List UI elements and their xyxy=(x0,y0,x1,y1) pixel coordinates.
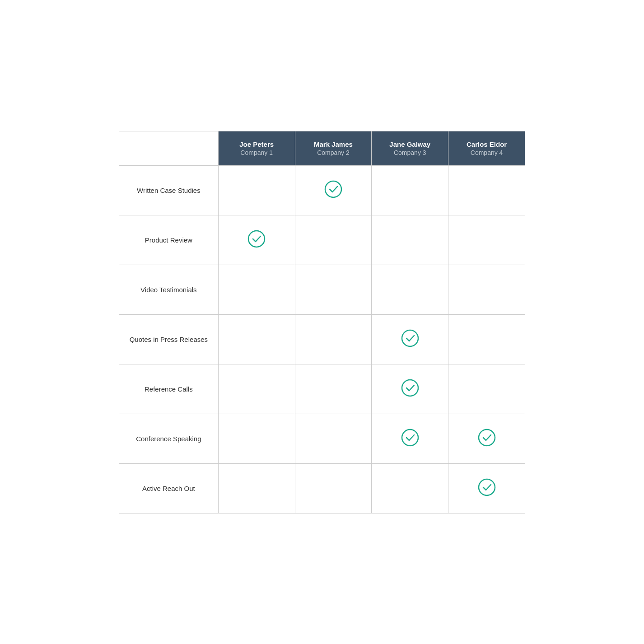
col-person-name: Carlos Eldor xyxy=(456,140,518,148)
table-row: Conference Speaking xyxy=(119,414,525,463)
data-cell-row6-col3 xyxy=(448,463,525,513)
data-cell-row4-col3 xyxy=(448,364,525,414)
data-cell-row0-col1 xyxy=(295,165,372,215)
table-header-row: Joe Peters Company 1 Mark James Company … xyxy=(119,131,525,165)
advocacy-table: Joe Peters Company 1 Mark James Company … xyxy=(119,131,525,513)
data-cell-row5-col1 xyxy=(295,414,372,463)
data-cell-row6-col1 xyxy=(295,463,372,513)
data-cell-row0-col2 xyxy=(372,165,448,215)
row-label-6: Active Reach Out xyxy=(119,463,219,513)
data-cell-row5-col3 xyxy=(448,414,525,463)
data-cell-row1-col0 xyxy=(218,215,295,265)
row-label-2: Video Testimonials xyxy=(119,265,219,314)
svg-point-6 xyxy=(479,479,495,495)
data-cell-row6-col0 xyxy=(218,463,295,513)
data-cell-row4-col1 xyxy=(295,364,372,414)
row-label-4: Reference Calls xyxy=(119,364,219,414)
col-company-name: Company 2 xyxy=(303,149,364,156)
svg-point-4 xyxy=(402,429,418,446)
table-row: Active Reach Out xyxy=(119,463,525,513)
data-cell-row1-col3 xyxy=(448,215,525,265)
data-cell-row3-col2 xyxy=(372,314,448,364)
svg-point-1 xyxy=(248,231,265,247)
col-header-col1: Joe Peters Company 1 xyxy=(218,131,295,165)
data-cell-row1-col2 xyxy=(372,215,448,265)
svg-point-2 xyxy=(402,330,418,346)
row-label-5: Conference Speaking xyxy=(119,414,219,463)
empty-header-cell xyxy=(119,131,219,165)
row-label-1: Product Review xyxy=(119,215,219,265)
data-cell-row6-col2 xyxy=(372,463,448,513)
col-person-name: Jane Galway xyxy=(379,140,441,148)
table-row: Quotes in Press Releases xyxy=(119,314,525,364)
check-icon xyxy=(401,428,420,447)
col-header-col3: Jane Galway Company 3 xyxy=(372,131,448,165)
col-header-col4: Carlos Eldor Company 4 xyxy=(448,131,525,165)
svg-point-5 xyxy=(479,429,495,446)
data-cell-row4-col2 xyxy=(372,364,448,414)
table-row: Written Case Studies xyxy=(119,165,525,215)
data-cell-row0-col0 xyxy=(218,165,295,215)
table-wrapper: Joe Peters Company 1 Mark James Company … xyxy=(0,104,644,541)
data-cell-row3-col3 xyxy=(448,314,525,364)
data-cell-row3-col0 xyxy=(218,314,295,364)
data-cell-row2-col3 xyxy=(448,265,525,314)
col-company-name: Company 4 xyxy=(456,149,518,156)
data-cell-row3-col1 xyxy=(295,314,372,364)
data-cell-row5-col2 xyxy=(372,414,448,463)
col-company-name: Company 1 xyxy=(226,149,288,156)
check-icon xyxy=(324,180,343,199)
col-person-name: Joe Peters xyxy=(226,140,288,148)
data-cell-row2-col0 xyxy=(218,265,295,314)
table-row: Video Testimonials xyxy=(119,265,525,314)
data-cell-row2-col2 xyxy=(372,265,448,314)
data-cell-row5-col0 xyxy=(218,414,295,463)
col-header-col2: Mark James Company 2 xyxy=(295,131,372,165)
data-cell-row4-col0 xyxy=(218,364,295,414)
check-icon xyxy=(247,229,266,248)
table-row: Reference Calls xyxy=(119,364,525,414)
data-cell-row0-col3 xyxy=(448,165,525,215)
row-label-3: Quotes in Press Releases xyxy=(119,314,219,364)
data-cell-row1-col1 xyxy=(295,215,372,265)
col-company-name: Company 3 xyxy=(379,149,441,156)
check-icon xyxy=(401,378,420,397)
data-cell-row2-col1 xyxy=(295,265,372,314)
svg-point-0 xyxy=(325,181,341,197)
check-icon xyxy=(401,329,420,348)
col-person-name: Mark James xyxy=(303,140,364,148)
check-icon xyxy=(477,428,496,447)
check-icon xyxy=(477,478,496,497)
svg-point-3 xyxy=(402,380,418,396)
table-row: Product Review xyxy=(119,215,525,265)
row-label-0: Written Case Studies xyxy=(119,165,219,215)
